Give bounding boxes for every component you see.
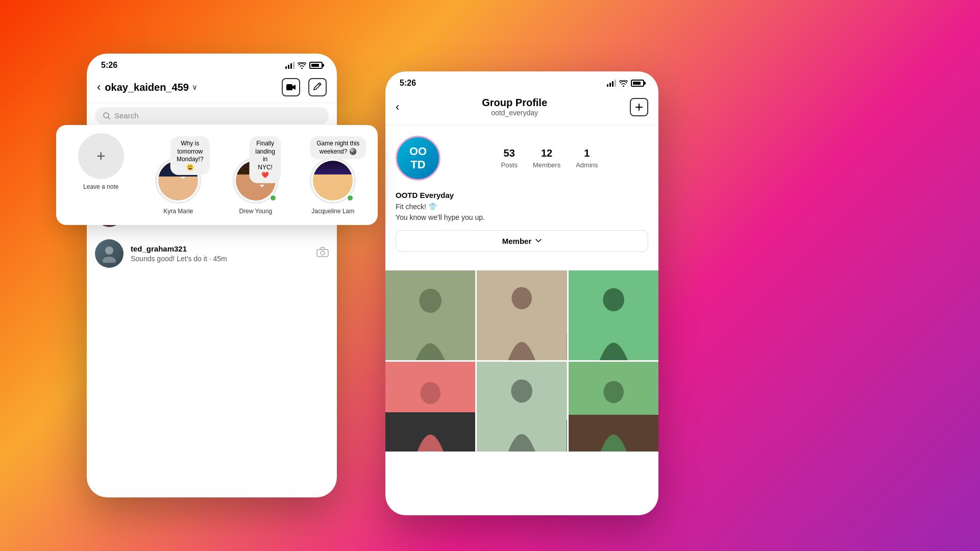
right-phone: 5:26 ‹ Group Profile ootd_everyday	[385, 71, 658, 515]
photo-cell[interactable]	[569, 362, 658, 452]
drew-avatar-wrap: Finally landing in NYC! ❤️	[233, 158, 279, 204]
posts-label: Posts	[501, 161, 518, 169]
svg-rect-0	[286, 84, 292, 90]
header-icons	[282, 78, 327, 96]
status-bar-left: 5:26	[87, 54, 337, 74]
status-bar-right: 5:26	[385, 71, 658, 92]
members-label: Members	[533, 161, 560, 169]
svg-point-18	[512, 287, 532, 309]
wifi-icon	[298, 62, 306, 69]
header-left: ‹ okay_kaiden_459 ∨	[97, 81, 197, 94]
add-button[interactable]	[630, 98, 648, 116]
story-label-self: Leave a note	[83, 183, 118, 190]
group-header: ‹ Group Profile ootd_everyday	[385, 92, 658, 126]
battery-icon	[631, 80, 644, 87]
status-icons-right	[607, 80, 644, 87]
group-profile-section: OOTD 53 Posts 12 Members 1 Admins OOTD E…	[385, 126, 658, 270]
status-icons-left	[285, 62, 323, 69]
photo-cell[interactable]	[569, 270, 658, 360]
chat-username[interactable]: okay_kaiden_459 ∨	[105, 82, 197, 93]
story-label-drew: Drew Young	[239, 208, 272, 215]
plus-icon: +	[96, 147, 106, 165]
message-preview: Sounds good! Let's do it · 45m	[131, 255, 309, 263]
group-subtitle: ootd_everyday	[482, 109, 547, 117]
stat-posts: 53 Posts	[501, 147, 518, 169]
jacqueline-avatar-wrap: Game night this weekend? 🎱	[310, 158, 356, 204]
message-right	[316, 247, 329, 260]
svg-point-11	[103, 257, 116, 263]
jacqueline-note-bubble: Game night this weekend? 🎱	[310, 136, 366, 159]
group-title-wrap: Group Profile ootd_everyday	[482, 97, 547, 117]
svg-point-13	[321, 251, 325, 255]
time-right: 5:26	[400, 79, 416, 88]
svg-point-28	[603, 381, 624, 403]
story-label-jacqueline: Jacqueline Lam	[311, 208, 354, 215]
kyra-avatar-wrap: Why is tomorrow Monday!? 😩	[155, 158, 201, 204]
svg-point-23	[420, 382, 440, 404]
back-button[interactable]: ‹	[97, 81, 101, 94]
online-indicator	[347, 194, 354, 202]
posts-count: 53	[504, 147, 515, 159]
svg-point-20	[603, 288, 624, 311]
chat-header: ‹ okay_kaiden_459 ∨	[87, 74, 337, 103]
left-phone: 5:26 ‹ okay_kaiden_459 ∨	[87, 54, 337, 497]
back-button-right[interactable]: ‹	[396, 101, 399, 114]
avatar	[95, 239, 124, 268]
self-avatar-wrap: +	[78, 133, 124, 179]
group-stats: 53 Posts 12 Members 1 Admins	[451, 147, 648, 169]
svg-rect-12	[317, 249, 328, 257]
stat-admins: 1 Admins	[576, 147, 598, 169]
chevron-down-icon: ∨	[192, 83, 197, 91]
story-item-kyra[interactable]: Why is tomorrow Monday!? 😩 Kyra Marie	[143, 133, 214, 215]
admins-label: Admins	[576, 161, 598, 169]
photo-cell[interactable]	[385, 270, 475, 360]
wifi-icon	[619, 80, 628, 87]
group-desc-line2: You know we'll hype you up.	[396, 212, 648, 223]
time-left: 5:26	[101, 61, 117, 70]
message-username: ted_graham321	[131, 244, 309, 253]
admins-count: 1	[584, 147, 590, 159]
group-profile-title: Group Profile	[482, 97, 547, 109]
photo-cell[interactable]	[477, 362, 567, 452]
group-description: OOTD Everyday Fit check! 👕 You know we'l…	[396, 190, 648, 223]
kyra-note-bubble: Why is tomorrow Monday!? 😩	[170, 136, 210, 175]
members-count: 12	[541, 147, 552, 159]
add-note-circle[interactable]: +	[78, 133, 124, 179]
stories-row: + Leave a note Why is tomorrow Monday!? …	[65, 133, 369, 215]
story-item-drew[interactable]: Finally landing in NYC! ❤️ Drew Young	[220, 133, 291, 215]
group-avatar: OOTD	[396, 136, 440, 181]
edit-button[interactable]	[308, 78, 327, 96]
message-item[interactable]: ted_graham321 Sounds good! Let's do it ·…	[95, 233, 329, 274]
video-call-button[interactable]	[282, 78, 300, 96]
svg-point-25	[511, 379, 533, 403]
stat-members: 12 Members	[533, 147, 560, 169]
svg-point-10	[105, 246, 113, 255]
member-button[interactable]: Member	[396, 230, 648, 252]
search-input[interactable]: Search	[95, 107, 329, 124]
group-desc-line1: Fit check! 👕	[396, 202, 648, 212]
message-content: ted_graham321 Sounds good! Let's do it ·…	[131, 244, 309, 263]
member-button-label: Member	[502, 237, 532, 245]
battery-icon	[309, 62, 323, 69]
photo-cell[interactable]	[477, 270, 567, 360]
online-indicator	[270, 194, 277, 202]
signal-icon	[607, 80, 616, 87]
story-label-kyra: Kyra Marie	[163, 208, 193, 215]
svg-point-16	[419, 288, 442, 313]
drew-note-bubble: Finally landing in NYC! ❤️	[249, 136, 281, 183]
group-name: OOTD Everyday	[396, 190, 648, 202]
signal-icon	[285, 62, 295, 69]
photo-grid	[385, 270, 658, 452]
story-item-jacqueline[interactable]: Game night this weekend? 🎱 Jacqueline La…	[298, 133, 369, 215]
camera-icon[interactable]	[316, 247, 329, 260]
group-info-row: OOTD 53 Posts 12 Members 1 Admins	[396, 136, 648, 181]
jacqueline-avatar-inner	[313, 161, 353, 201]
search-placeholder: Search	[114, 111, 139, 120]
photo-cell[interactable]	[385, 362, 475, 452]
story-item-self[interactable]: + Leave a note	[65, 133, 137, 190]
stories-overlay: + Leave a note Why is tomorrow Monday!? …	[56, 125, 378, 225]
